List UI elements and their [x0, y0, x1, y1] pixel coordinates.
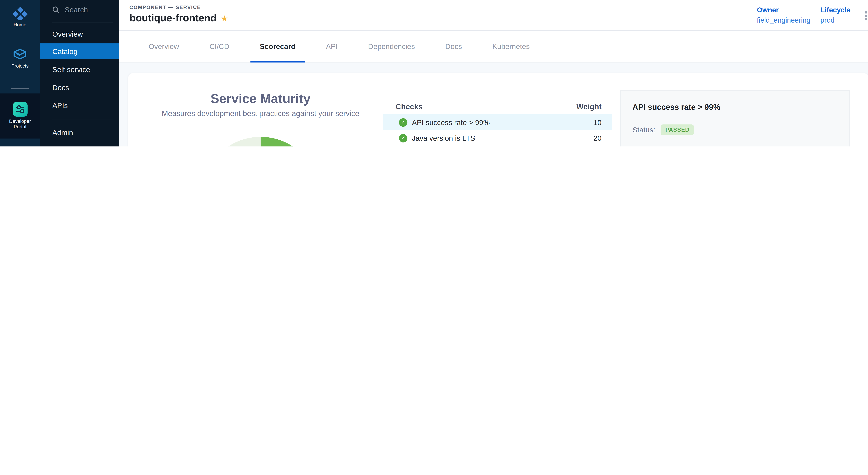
tab-scorecard[interactable]: Scorecard — [250, 31, 305, 62]
check-row[interactable]: ✓ Mean time to merge PR < 48 hr 5 — [383, 146, 612, 147]
scorecard-title: Service Maturity — [128, 91, 393, 107]
tab-api[interactable]: API — [316, 31, 347, 62]
tab-overview[interactable]: Overview — [139, 31, 189, 62]
check-detail-panel: API success rate > 99% Status: PASSED — [620, 90, 849, 147]
nav-item-self-service[interactable]: Self service — [40, 61, 119, 77]
maturity-score-value: 85 — [202, 137, 319, 147]
owner-meta: Owner field_engineering — [757, 5, 810, 25]
nav-item-apis[interactable]: APIs — [40, 97, 119, 113]
status-label: Status: — [632, 126, 655, 134]
lifecycle-meta: Lifecycle prod — [820, 5, 850, 25]
app-root: Home Projects Developer Portal ∞ D — [0, 0, 868, 146]
sidebar-item-label: Projects — [0, 63, 40, 69]
portal-nav-sidebar: Search Overview Catalog Self service Doc… — [40, 0, 119, 146]
page-title: boutique-frontend — [129, 12, 217, 24]
tab-docs[interactable]: Docs — [436, 31, 471, 62]
maturity-score-donut: 85 — [202, 137, 319, 147]
tab-dependencies[interactable]: Dependencies — [359, 31, 425, 62]
check-row[interactable]: ✓ Java version is LTS 20 — [383, 130, 612, 146]
more-options-kebab-icon[interactable] — [863, 9, 868, 22]
sidebar-item-projects[interactable]: Projects — [0, 47, 40, 69]
sidebar-item-label: Developer — [0, 118, 40, 124]
owner-label: Owner — [757, 5, 810, 15]
entity-kind-breadcrumb: COMPONENT — SERVICE — [129, 4, 201, 10]
nav-item-docs[interactable]: Docs — [40, 80, 119, 95]
entity-tabs: Overview CI/CD Scorecard API Dependencie… — [119, 31, 868, 63]
tab-cicd[interactable]: CI/CD — [200, 31, 239, 62]
status-badge: PASSED — [661, 124, 694, 135]
sidebar-divider — [11, 88, 29, 89]
module-sidebar: Home Projects Developer Portal ∞ D — [0, 0, 40, 146]
favorite-star-icon[interactable]: ★ — [221, 13, 228, 23]
lifecycle-value: prod — [820, 15, 850, 25]
projects-cube-icon — [0, 47, 40, 61]
check-row[interactable]: ✓ API success rate > 99% 10 — [383, 114, 612, 130]
scorecard-content: Service Maturity Measures development be… — [119, 63, 868, 147]
check-detail-title: API success rate > 99% — [632, 102, 720, 112]
scorecard-subtitle: Measures development best practices agai… — [128, 109, 393, 118]
nav-divider — [52, 119, 113, 119]
developer-portal-icon — [13, 102, 27, 117]
lifecycle-label: Lifecycle — [820, 5, 850, 15]
nav-item-overview[interactable]: Overview — [40, 26, 119, 42]
nav-item-admin[interactable]: Admin — [40, 124, 119, 140]
search-input[interactable]: Search — [52, 5, 88, 14]
nav-item-catalog[interactable]: Catalog — [40, 43, 119, 59]
owner-value[interactable]: field_engineering — [757, 15, 810, 25]
main-area: COMPONENT — SERVICE boutique-frontend ★ … — [119, 0, 868, 146]
sidebar-item-label: Home — [0, 22, 40, 27]
service-maturity-card: Service Maturity Measures development be… — [128, 73, 868, 146]
sidebar-item-home[interactable]: Home — [0, 5, 40, 27]
tab-kubernetes[interactable]: Kubernetes — [483, 31, 539, 62]
check-status-icon: ✓ — [399, 118, 407, 126]
nav-divider — [52, 23, 113, 23]
search-icon — [52, 6, 60, 13]
weight-column-header: Weight — [576, 102, 601, 111]
check-status-icon: ✓ — [399, 134, 407, 142]
entity-header: COMPONENT — SERVICE boutique-frontend ★ … — [119, 0, 868, 31]
checks-column-header: Checks — [396, 102, 423, 111]
sidebar-item-developer-portal[interactable]: Developer Portal — [0, 93, 40, 139]
harness-home-icon — [0, 5, 40, 20]
